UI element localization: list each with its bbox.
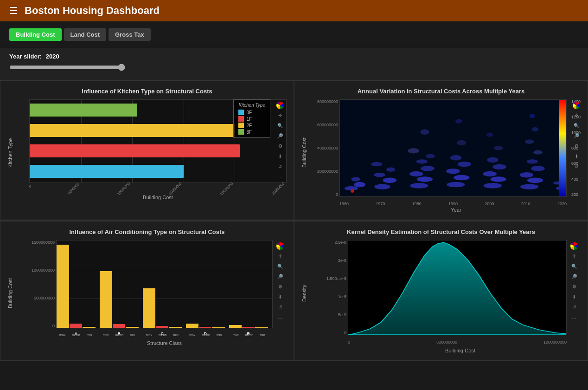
scatter-x-label: Year bbox=[332, 207, 581, 213]
kitchen-legend: Kitchen Type 0F 1F 2F 3F bbox=[233, 99, 270, 138]
svg-point-24 bbox=[491, 176, 506, 182]
menu-icon[interactable]: ☰ bbox=[9, 5, 18, 16]
button-bar: Building Cost Land Cost Gross Tax bbox=[0, 21, 588, 48]
kitchen-toolbar-zoom-in[interactable]: 🔍 bbox=[276, 121, 284, 130]
kitchen-chart: Influence of Kitchen Type on Structural … bbox=[0, 80, 294, 220]
scatter-toolbar-download[interactable]: ⬇ bbox=[572, 152, 581, 160]
svg-point-26 bbox=[492, 164, 506, 170]
kde-toolbar-color[interactable] bbox=[570, 242, 578, 250]
scatter-chart-title: Annual Variation in Structural Costs Acr… bbox=[301, 88, 581, 95]
kde-toolbar-move[interactable]: ✛ bbox=[570, 252, 578, 260]
svg-point-16 bbox=[447, 182, 465, 188]
kde-y-label: Density bbox=[301, 240, 307, 347]
ac-x-label: Structure Class bbox=[56, 340, 273, 346]
kitchen-toolbar-color[interactable] bbox=[276, 102, 284, 109]
svg-point-17 bbox=[454, 175, 469, 181]
svg-point-2 bbox=[351, 177, 360, 181]
svg-point-41 bbox=[351, 189, 354, 193]
svg-point-35 bbox=[533, 150, 543, 155]
svg-point-6 bbox=[386, 168, 396, 172]
kitchen-toolbar-settings[interactable]: ⚙ bbox=[276, 142, 284, 150]
scatter-toolbar-zoom-out[interactable]: 🔎 bbox=[572, 131, 581, 140]
svg-point-38 bbox=[530, 114, 535, 118]
scatter-toolbar-more[interactable]: … bbox=[572, 172, 581, 181]
year-slider[interactable] bbox=[9, 64, 125, 71]
scatter-plot-area bbox=[339, 99, 567, 197]
kde-x-label: Building Cost bbox=[340, 348, 581, 353]
app-title: Boston Housing Dashboard bbox=[25, 5, 160, 17]
kde-toolbar-settings[interactable]: ⚙ bbox=[570, 282, 578, 291]
slider-section: Year slider: 2020 bbox=[0, 48, 588, 80]
svg-point-1 bbox=[354, 182, 365, 188]
svg-point-37 bbox=[532, 127, 539, 131]
svg-point-27 bbox=[487, 157, 498, 163]
svg-point-21 bbox=[457, 140, 467, 146]
bar-1f: 1F bbox=[30, 144, 286, 157]
building-cost-button[interactable]: Building Cost bbox=[9, 28, 62, 41]
svg-point-3 bbox=[374, 184, 390, 189]
ac-toolbar-download[interactable]: ⬇ bbox=[276, 292, 284, 301]
ac-toolbar-move[interactable]: ✛ bbox=[276, 252, 284, 260]
kitchen-toolbar-download[interactable]: ⬇ bbox=[276, 152, 284, 160]
kde-toolbar-download[interactable]: ⬇ bbox=[570, 292, 578, 301]
svg-point-11 bbox=[421, 166, 434, 171]
scatter-toolbar-move[interactable]: ✛ bbox=[572, 111, 581, 119]
charts-row-1: Influence of Kitchen Type on Structural … bbox=[0, 80, 588, 220]
ac-bar-area: A B C bbox=[56, 240, 273, 328]
svg-point-15 bbox=[420, 130, 429, 135]
kitchen-x-ticks: 0500000010000000150000002000000025000000 bbox=[29, 184, 287, 191]
ac-y-label: Building Cost bbox=[7, 240, 13, 347]
svg-point-8 bbox=[410, 183, 428, 188]
svg-point-10 bbox=[409, 171, 423, 177]
bar-0f: 0F bbox=[30, 165, 286, 178]
kitchen-chart-title: Influence of Kitchen Type on Structural … bbox=[7, 88, 287, 95]
kitchen-toolbar: ✛ 🔍 🔎 ⚙ ⬇ ↺ … bbox=[276, 102, 284, 181]
ac-toolbar-settings[interactable]: ⚙ bbox=[276, 282, 284, 291]
svg-point-9 bbox=[417, 176, 433, 182]
scatter-toolbar-zoom-in[interactable]: 🔍 bbox=[572, 121, 581, 130]
ac-chart: Influence of Air Conditioning Type on St… bbox=[0, 221, 294, 361]
scatter-toolbar-refresh[interactable]: ↺ bbox=[572, 162, 581, 170]
land-cost-button[interactable]: Land Cost bbox=[64, 28, 107, 41]
ac-group-a: A bbox=[57, 240, 96, 328]
ac-toolbar-more[interactable]: … bbox=[276, 313, 284, 321]
svg-point-30 bbox=[520, 184, 538, 189]
scatter-colorbar bbox=[559, 100, 566, 196]
svg-point-19 bbox=[458, 162, 471, 167]
kitchen-toolbar-more[interactable]: … bbox=[276, 172, 284, 181]
kde-toolbar-more[interactable]: … bbox=[570, 313, 578, 321]
charts-row-2: Influence of Air Conditioning Type on St… bbox=[0, 220, 588, 361]
kde-toolbar-zoom-out[interactable]: 🔎 bbox=[570, 272, 578, 280]
scatter-y-label: Building Cost bbox=[301, 99, 307, 206]
scatter-toolbar-color[interactable] bbox=[573, 102, 580, 109]
svg-point-5 bbox=[374, 173, 385, 177]
svg-point-18 bbox=[446, 169, 460, 174]
ac-toolbar-zoom-out[interactable]: 🔎 bbox=[276, 272, 284, 280]
kitchen-toolbar-refresh[interactable]: ↺ bbox=[276, 162, 284, 170]
kitchen-toolbar-move[interactable]: ✛ bbox=[276, 111, 284, 119]
kde-toolbar-zoom-in[interactable]: 🔍 bbox=[570, 262, 578, 270]
svg-point-36 bbox=[525, 140, 534, 144]
ac-toolbar: ✛ 🔍 🔎 ⚙ ⬇ ↺ … bbox=[276, 242, 284, 321]
svg-point-12 bbox=[416, 159, 428, 163]
kde-chart-title: Kernel Density Estimation of Structural … bbox=[301, 228, 581, 235]
scatter-toolbar-settings[interactable]: ⚙ bbox=[572, 142, 581, 150]
svg-point-22 bbox=[455, 119, 462, 124]
gross-tax-button[interactable]: Gross Tax bbox=[109, 28, 151, 41]
ac-toolbar-zoom-in[interactable]: 🔍 bbox=[276, 262, 284, 270]
svg-point-13 bbox=[426, 154, 435, 158]
ac-toolbar-color[interactable] bbox=[276, 242, 284, 250]
ac-group-d: D bbox=[186, 240, 225, 328]
slider-value: 2020 bbox=[46, 53, 59, 60]
kde-plot-area bbox=[348, 240, 567, 335]
kde-toolbar-refresh[interactable]: ↺ bbox=[570, 303, 578, 311]
svg-point-32 bbox=[520, 172, 533, 178]
svg-point-14 bbox=[408, 148, 419, 154]
svg-point-25 bbox=[483, 171, 497, 177]
ac-toolbar-refresh[interactable]: ↺ bbox=[276, 303, 284, 311]
svg-point-7 bbox=[371, 162, 382, 166]
scatter-chart: Annual Variation in Structural Costs Acr… bbox=[294, 80, 588, 220]
kitchen-toolbar-zoom-out[interactable]: 🔎 bbox=[276, 131, 284, 140]
svg-point-23 bbox=[484, 183, 502, 188]
svg-point-29 bbox=[486, 132, 493, 136]
